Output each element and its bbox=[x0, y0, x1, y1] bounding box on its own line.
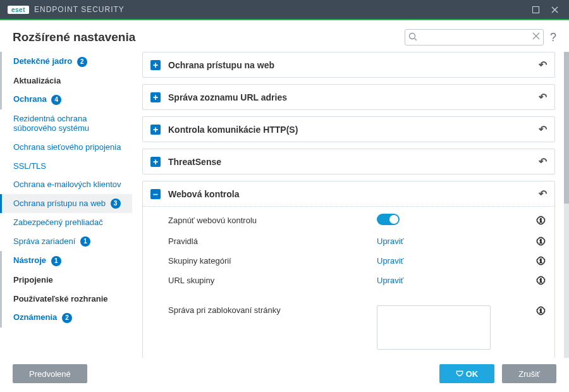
badge: 2 bbox=[62, 313, 72, 323]
info-icon[interactable]: 🛈 bbox=[536, 275, 546, 286]
sidebar-item-label: Správa zariadení bbox=[13, 236, 75, 246]
sidebar-item-label: Ochrana sieťového pripojenia bbox=[13, 142, 121, 152]
sidebar-item-secure-browser[interactable]: Zabezpečený prehliadač bbox=[0, 213, 132, 232]
collapse-icon: – bbox=[150, 189, 161, 199]
undo-icon[interactable]: ↶ bbox=[539, 156, 547, 168]
row-label: Zapnúť webovú kontrolu bbox=[168, 216, 377, 225]
section-web-control: – Webová kontrola ↶ Zapnúť webovú kontro… bbox=[142, 181, 555, 358]
info-icon[interactable]: 🛈 bbox=[536, 215, 546, 226]
sidebar-item-label: Zabezpečený prehliadač bbox=[13, 217, 103, 227]
section-title: ThreatSense bbox=[168, 157, 221, 167]
section-web-access-protection: + Ochrana prístupu na web ↶ bbox=[142, 52, 555, 78]
sidebar-item-device-mgmt[interactable]: Správa zariadení 1 bbox=[0, 232, 132, 252]
window-close-icon[interactable] bbox=[545, 0, 564, 19]
section-title: Správa zoznamu URL adries bbox=[168, 92, 287, 102]
sidebar-item-detection-core[interactable]: Detekčné jadro 2 bbox=[0, 52, 132, 71]
undo-icon[interactable]: ↶ bbox=[539, 123, 547, 135]
section-http-check: + Kontrola komunikácie HTTP(S) ↶ bbox=[142, 116, 555, 142]
row-block-message: Správa pri zablokovaní stránky 🛈 bbox=[143, 290, 554, 356]
clear-icon[interactable] bbox=[532, 32, 540, 42]
section-header[interactable]: – Webová kontrola ↶ bbox=[143, 181, 554, 207]
undo-icon[interactable]: ↶ bbox=[539, 59, 547, 71]
info-icon[interactable]: 🛈 bbox=[536, 236, 546, 247]
row-rules: Pravidlá Upraviť 🛈 bbox=[143, 231, 554, 251]
sidebar-item-web-access[interactable]: Ochrana prístupu na web 3 bbox=[0, 194, 132, 214]
sidebar-item-ssl-tls[interactable]: SSL/TLS bbox=[0, 157, 132, 176]
sidebar-item-realtime-fs[interactable]: Rezidentná ochrana súborového systému bbox=[0, 109, 132, 138]
row-label: Skupiny kategórií bbox=[168, 256, 377, 266]
edit-rules-link[interactable]: Upraviť bbox=[377, 236, 403, 246]
brand-logo: eset bbox=[8, 6, 29, 14]
toggle-web-control[interactable] bbox=[377, 214, 400, 225]
svg-point-3 bbox=[409, 34, 415, 39]
badge: 3 bbox=[111, 199, 121, 209]
sidebar-item-label: Detekčné jadro bbox=[13, 56, 72, 66]
page-title: Rozšírené nastavenia bbox=[13, 30, 135, 44]
undo-icon[interactable]: ↶ bbox=[539, 188, 547, 200]
info-icon[interactable]: 🛈 bbox=[536, 305, 546, 316]
product-name: ENDPOINT SECURITY bbox=[34, 5, 125, 14]
page-header: Rozšírené nastavenia ? bbox=[0, 20, 569, 52]
undo-icon[interactable]: ↶ bbox=[539, 91, 547, 103]
row-url-groups: URL skupiny Upraviť 🛈 bbox=[143, 271, 554, 290]
section-url-list: + Správa zoznamu URL adries ↶ bbox=[142, 84, 555, 110]
scrollbar-thumb[interactable] bbox=[564, 52, 569, 204]
edit-categories-link[interactable]: Upraviť bbox=[377, 256, 403, 266]
expand-icon: + bbox=[150, 125, 161, 135]
sidebar-item-tools[interactable]: Nástroje 1 bbox=[0, 251, 132, 271]
block-message-input[interactable] bbox=[377, 305, 491, 350]
edit-url-groups-link[interactable]: Upraviť bbox=[377, 276, 403, 285]
info-icon[interactable]: 🛈 bbox=[536, 255, 546, 266]
row-label: Správa pri zablokovaní stránky bbox=[168, 305, 377, 315]
section-header[interactable]: + Správa zoznamu URL adries ↶ bbox=[143, 85, 554, 109]
sidebar: Detekčné jadro 2 Aktualizácia Ochrana 4 … bbox=[0, 52, 136, 358]
badge: 1 bbox=[80, 236, 90, 247]
sidebar-item-update[interactable]: Aktualizácia bbox=[0, 71, 132, 90]
sidebar-item-label: Ochrana e-mailových klientov bbox=[13, 180, 121, 189]
default-button[interactable]: Predvolené bbox=[13, 364, 87, 383]
sidebar-item-network-protect[interactable]: Ochrana sieťového pripojenia bbox=[0, 138, 132, 157]
svg-line-4 bbox=[414, 39, 417, 41]
footer: Predvolené 🛡 OK Zrušiť bbox=[0, 358, 569, 392]
sidebar-item-label: Používateľské rozhranie bbox=[13, 294, 108, 303]
main-content: + Ochrana prístupu na web ↶ + Správa zoz… bbox=[136, 52, 564, 358]
sidebar-item-label: Rezidentná ochrana súborového systému bbox=[13, 114, 89, 133]
cancel-button[interactable]: Zrušiť bbox=[502, 364, 556, 383]
sidebar-item-label: Pripojenie bbox=[13, 275, 53, 285]
scrollbar[interactable] bbox=[564, 52, 569, 358]
sidebar-item-ui[interactable]: Používateľské rozhranie bbox=[0, 290, 132, 309]
section-title: Kontrola komunikácie HTTP(S) bbox=[168, 125, 298, 135]
sidebar-item-protection[interactable]: Ochrana 4 bbox=[0, 90, 132, 109]
search-input[interactable] bbox=[405, 29, 544, 46]
window-maximize-icon[interactable] bbox=[526, 0, 545, 19]
ok-label: OK bbox=[466, 369, 479, 379]
section-threatsense: + ThreatSense ↶ bbox=[142, 149, 555, 175]
expand-icon: + bbox=[150, 157, 161, 167]
sidebar-item-notifications[interactable]: Oznámenia 2 bbox=[0, 308, 132, 328]
shield-icon: 🛡 bbox=[456, 369, 463, 378]
expand-icon: + bbox=[150, 92, 161, 102]
sidebar-item-label: Oznámenia bbox=[13, 312, 57, 322]
section-header[interactable]: + Ochrana prístupu na web ↶ bbox=[143, 52, 554, 77]
section-body: Zapnúť webovú kontrolu 🛈 Pravidlá Upravi… bbox=[143, 207, 554, 358]
sidebar-item-label: Nástroje bbox=[13, 255, 46, 265]
badge: 4 bbox=[51, 95, 61, 105]
sidebar-item-label: Aktualizácia bbox=[13, 76, 61, 85]
ok-button[interactable]: 🛡 OK bbox=[439, 364, 495, 383]
row-label: Pravidlá bbox=[168, 236, 377, 246]
sidebar-item-label: Ochrana bbox=[13, 94, 47, 104]
sidebar-item-label: SSL/TLS bbox=[13, 161, 46, 171]
row-category-groups: Skupiny kategórií Upraviť 🛈 bbox=[143, 251, 554, 271]
expand-icon: + bbox=[150, 60, 161, 70]
sidebar-item-label: Ochrana prístupu na web bbox=[13, 199, 106, 208]
section-header[interactable]: + ThreatSense ↶ bbox=[143, 149, 554, 174]
help-icon[interactable]: ? bbox=[550, 31, 556, 44]
sidebar-item-email-clients[interactable]: Ochrana e-mailových klientov bbox=[0, 175, 132, 194]
section-header[interactable]: + Kontrola komunikácie HTTP(S) ↶ bbox=[143, 117, 554, 142]
section-title: Webová kontrola bbox=[168, 189, 240, 199]
sidebar-item-connection[interactable]: Pripojenie bbox=[0, 271, 132, 290]
svg-rect-0 bbox=[532, 6, 539, 13]
badge: 2 bbox=[77, 57, 87, 67]
section-title: Ochrana prístupu na web bbox=[168, 60, 274, 70]
search-wrapper bbox=[405, 29, 544, 46]
